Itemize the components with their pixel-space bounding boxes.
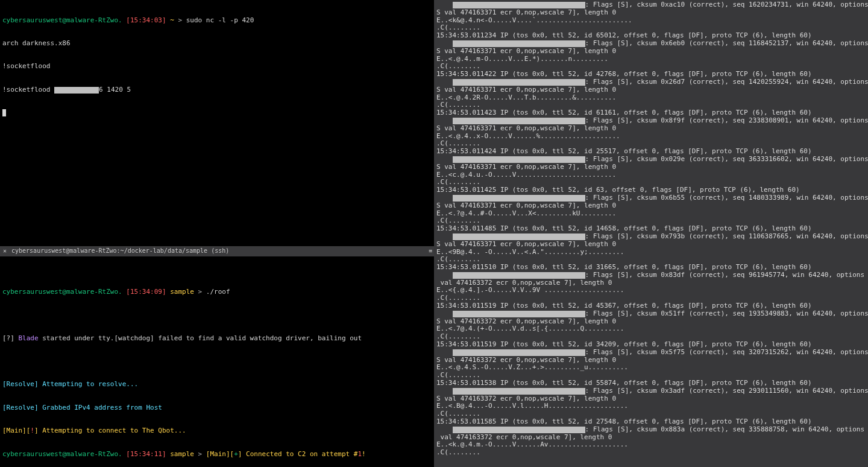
- tcpdump-line: E..<9B@.4.. -O.....V..<.A.".........y;..…: [436, 249, 866, 256]
- redacted-ip: x: [453, 2, 585, 8]
- tcpdump-line: S val 474163371 ecr 0,nop,wscale 7], len…: [436, 48, 866, 56]
- tab-title[interactable]: cybersauruswest@malware-RtZwo:~/docker-l…: [11, 247, 425, 255]
- tcpdump-line: E..<.@.4.S.-O.....V.Z...+.>........._u..…: [436, 364, 866, 372]
- tcpdump-line: E..<.B@.4...-O.....V.l.....H............…: [436, 402, 866, 410]
- tcpdump-line: E..<.?@.4..#-O.....V...X<.........kU....…: [436, 210, 866, 218]
- tcpdump-line: x: Flags [S], cksum 0x51ff (correct), se…: [436, 310, 866, 318]
- tcpdump-line: 15:34:53.011485 IP (tos 0x0, ttl 52, id …: [436, 225, 866, 233]
- terminal-output: !socketflood x6 1420 5: [2, 86, 432, 94]
- tcpdump-line: 15:34:53.011425 IP (tos 0x0, ttl 52, id …: [436, 186, 866, 194]
- prompt-line: cybersauruswest@malware-RtZwo. [15:34:03…: [2, 17, 432, 25]
- terminal-output: !socketflood: [2, 63, 432, 71]
- tcpdump-line: x: Flags [S], cksum 0x3adf (correct), se…: [436, 387, 866, 395]
- terminal-output: [Main][!] Attempting to connect to The Q…: [2, 427, 432, 435]
- tcpdump-line: E..<k&@.4.n<-O.....V....`...............…: [436, 17, 866, 25]
- redacted-ip: x: [453, 195, 585, 202]
- tcpdump-line: E..<.@.4..x-O.....V......%..............…: [436, 133, 866, 141]
- tcpdump-line: x: Flags [S], cksum 0x83df (correct), se…: [436, 272, 866, 279]
- tcpdump-line: S val 474163371 ecr 0,nop,wscale 7], len…: [436, 125, 866, 133]
- tcpdump-line: x: Flags [S], cksum 0x793b (correct), se…: [436, 233, 866, 241]
- tcpdump-line: S val 474163371 ecr 0,nop,wscale 7], len…: [436, 241, 866, 249]
- tcpdump-line: S val 474163371 ecr 0,nop,wscale 7], len…: [436, 202, 866, 210]
- tcpdump-line: x: Flags [S], cksum 0x8f9f (correct), se…: [436, 117, 866, 125]
- tcpdump-line: 15:34:53.011510 IP (tos 0x0, ttl 52, id …: [436, 264, 866, 272]
- terminal-output: [Resolve] Grabbed IPv4 address from Host: [2, 404, 432, 412]
- prompt-path: ~: [170, 16, 174, 24]
- tcpdump-line: E..<{.@.4.].-O.....V.V..9V .............…: [436, 287, 866, 294]
- tcpdump-line: x: Flags [S], cksum 0xac10 (correct), se…: [436, 1, 866, 9]
- redacted-ip: x: [453, 79, 585, 86]
- redacted-ip: x: [453, 118, 585, 124]
- tab-bar: ✕ cybersauruswest@malware-RtZwo:~/docker…: [0, 246, 434, 256]
- tcpdump-line: x: Flags [S], cksum 0x6eb0 (correct), se…: [436, 40, 866, 48]
- prompt-line: cybersauruswest@malware-RtZwo. [15:34:09…: [2, 288, 432, 296]
- terminal-top-left[interactable]: cybersauruswest@malware-RtZwo. [15:34:03…: [0, 0, 434, 230]
- tcpdump-line: S val 474163371 ecr 0,nop,wscale 7], len…: [436, 9, 866, 17]
- redacted-ip: x: [453, 272, 585, 279]
- redacted-ip: x: [453, 349, 585, 356]
- tcpdump-line: S val 474163371 ecr 0,nop,wscale 7], len…: [436, 86, 866, 94]
- tab-close-icon[interactable]: ✕: [2, 247, 8, 255]
- redacted-ip: x: [453, 40, 585, 47]
- tcpdump-line: E..<.@.4.2R-O.....V...T.b.........&.....…: [436, 94, 866, 102]
- terminal-bottom-left[interactable]: ✕ cybersauruswest@malware-RtZwo:~/docker…: [0, 230, 434, 467]
- tab-menu-icon[interactable]: ≡: [429, 247, 432, 255]
- tcpdump-line: x: Flags [S], cksum 0x6b55 (correct), se…: [436, 194, 866, 202]
- cursor-block: [2, 109, 6, 116]
- terminal-output: [Resolve] Attempting to resolve...: [2, 381, 432, 389]
- tcpdump-line: E..<.@.4..m-O.....V...E.*).......n......…: [436, 56, 866, 63]
- redacted-ip: x: [453, 427, 585, 433]
- tcpdump-line: x: Flags [S], cksum 0x5f75 (correct), se…: [436, 349, 866, 357]
- tcpdump-line: .C(........: [436, 449, 866, 457]
- tcpdump-line: E..<c.@.4.u.-O.....V....................…: [436, 171, 866, 179]
- tcpdump-line: 15:34:53.011519 IP (tos 0x0, ttl 52, id …: [436, 302, 866, 310]
- tcpdump-line: 15:34:53.011585 IP (tos 0x0, ttl 52, id …: [436, 418, 866, 426]
- tcpdump-line: E..<k.@.4.m.-O.....V......Av............…: [436, 441, 866, 449]
- tcpdump-line: x: Flags [S], cksum 0x883a (correct), se…: [436, 426, 866, 434]
- redacted-ip: x: [453, 234, 585, 240]
- prompt-user: cybersauruswest@malware-RtZwo.: [2, 16, 122, 24]
- redacted-ip: x: [453, 311, 585, 317]
- tcpdump-line: 15:34:53.011519 IP (tos 0x0, ttl 52, id …: [436, 341, 866, 349]
- terminal-output: [?] Blade started under tty.[watchdog] f…: [2, 335, 432, 343]
- terminal-right-tcpdump[interactable]: x: Flags [S], cksum 0xac10 (correct), se…: [434, 0, 868, 467]
- tcpdump-line: x: Flags [S], cksum 0x26d7 (correct), se…: [436, 78, 866, 86]
- prompt-time: [15:34:03]: [126, 16, 166, 24]
- prompt-command: sudo nc -l -p 420: [186, 16, 254, 24]
- terminal-output: arch darkness.x86: [2, 40, 432, 48]
- tcpdump-line: x: Flags [S], cksum 0x029e (correct), se…: [436, 156, 866, 164]
- tcpdump-line: E..<.7@.4.(+-O.....V.d..s[.{........Q...…: [436, 325, 866, 333]
- redacted-ip: x: [54, 87, 99, 94]
- tcpdump-line: 15:34:53.011538 IP (tos 0x0, ttl 52, id …: [436, 380, 866, 387]
- redacted-ip: x: [453, 156, 585, 163]
- tcpdump-line: S val 474163371 ecr 0,nop,wscale 7], len…: [436, 164, 866, 171]
- prompt-line: cybersauruswest@malware-RtZwo. [15:34:11…: [2, 451, 432, 459]
- redacted-ip: x: [453, 388, 585, 395]
- prompt-command: ./roof: [206, 288, 230, 296]
